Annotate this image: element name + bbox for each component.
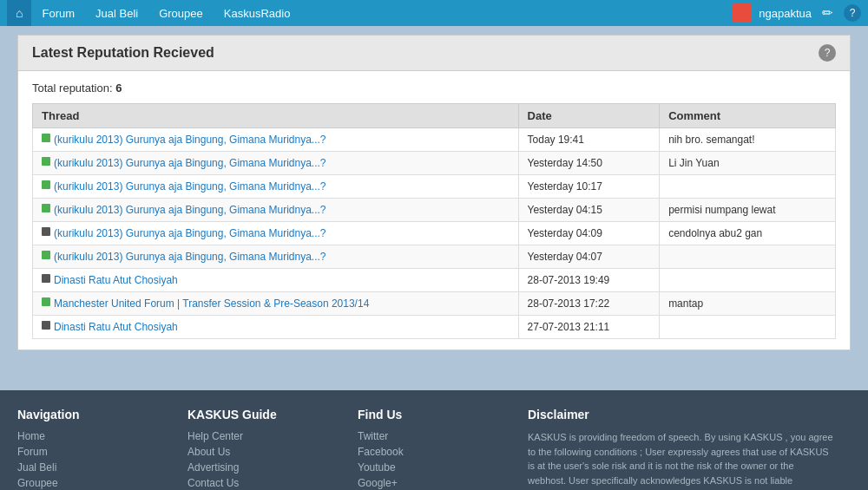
footer-link-home[interactable]: Home — [17, 430, 170, 442]
footer-link-about-us[interactable]: About Us — [187, 446, 340, 458]
footer-link-twitter[interactable]: Twitter — [358, 430, 510, 442]
comment-cell — [660, 245, 836, 269]
disclaimer-text: KASKUS is providing freedom of speech. B… — [528, 430, 833, 487]
footer-link-facebook[interactable]: Facebook — [358, 446, 510, 458]
avatar — [733, 3, 752, 23]
username-label: ngapaktua — [759, 7, 812, 20]
top-navigation: ⌂ Forum Jual Beli Groupee KaskusRadio ng… — [0, 0, 868, 26]
comment-cell — [660, 316, 836, 339]
footer-guide-title: KASKUS Guide — [187, 408, 340, 421]
footer-link-contact-us[interactable]: Contact Us — [187, 477, 340, 489]
date-cell: Yesterday 10:17 — [518, 175, 660, 199]
thread-link[interactable]: (kurikulu 2013) Gurunya aja Bingung, Gim… — [54, 180, 326, 193]
table-row: (kurikulu 2013) Gurunya aja Bingung, Gim… — [33, 152, 836, 175]
table-row: (kurikulu 2013) Gurunya aja Bingung, Gim… — [33, 222, 836, 245]
content-inner: Total reputation: 6 Thread Date Comment … — [18, 71, 850, 350]
nav-groupee[interactable]: Groupee — [148, 0, 214, 26]
footer-nav-title: Navigation — [17, 408, 170, 421]
comment-cell: mantap — [660, 292, 836, 316]
table-row: Manchester United Forum | Transfer Sessi… — [33, 292, 836, 316]
thread-link[interactable]: (kurikulu 2013) Gurunya aja Bingung, Gim… — [54, 134, 326, 146]
thread-link[interactable]: Dinasti Ratu Atut Chosiyah — [54, 321, 178, 333]
thread-link[interactable]: (kurikulu 2013) Gurunya aja Bingung, Gim… — [54, 227, 326, 239]
comment-cell: cendolnya abu2 gan — [660, 222, 836, 245]
thread-indicator — [42, 157, 50, 166]
thread-link[interactable]: (kurikulu 2013) Gurunya aja Bingung, Gim… — [54, 204, 326, 216]
home-button[interactable]: ⌂ — [7, 0, 31, 26]
content-header: Latest Reputation Recieved ? — [18, 36, 850, 71]
date-cell: 27-07-2013 21:11 — [518, 316, 660, 339]
date-cell: Today 19:41 — [518, 128, 660, 152]
thread-link[interactable]: Manchester United Forum | Transfer Sessi… — [54, 297, 369, 310]
footer-link-jual-beli[interactable]: Jual Beli — [17, 461, 170, 474]
thread-indicator — [42, 227, 50, 236]
nav-jual-beli[interactable]: Jual Beli — [85, 0, 148, 26]
table-row: (kurikulu 2013) Gurunya aja Bingung, Gim… — [33, 175, 836, 199]
footer-link-advertising[interactable]: Advertising — [187, 461, 340, 474]
table-row: (kurikulu 2013) Gurunya aja Bingung, Gim… — [33, 199, 836, 222]
footer-find-us: Find Us Twitter Facebook Youtube Google+ — [358, 408, 528, 490]
table-row: (kurikulu 2013) Gurunya aja Bingung, Gim… — [33, 128, 836, 152]
table-row: Dinasti Ratu Atut Chosiyah28-07-2013 19:… — [33, 269, 836, 292]
thread-indicator — [42, 251, 50, 259]
col-thread: Thread — [33, 104, 519, 128]
comment-cell: Li Jin Yuan — [660, 152, 836, 175]
footer-disclaimer-title: Disclaimer — [528, 408, 833, 421]
thread-indicator — [42, 180, 50, 189]
col-date: Date — [518, 104, 660, 128]
footer-find-title: Find Us — [358, 408, 510, 421]
thread-indicator — [42, 321, 50, 330]
footer-disclaimer: Disclaimer KASKUS is providing freedom o… — [528, 408, 851, 490]
footer: Navigation Home Forum Jual Beli Groupee … — [0, 390, 868, 490]
date-cell: Yesterday 04:07 — [518, 245, 660, 269]
comment-cell — [660, 269, 836, 292]
thread-indicator — [42, 297, 50, 306]
comment-cell — [660, 175, 836, 199]
thread-indicator — [42, 274, 50, 283]
edit-button[interactable]: ✏ — [819, 5, 837, 21]
reputation-table: Thread Date Comment (kurikulu 2013) Guru… — [32, 103, 836, 339]
home-icon: ⌂ — [16, 6, 23, 20]
thread-link[interactable]: (kurikulu 2013) Gurunya aja Bingung, Gim… — [54, 251, 326, 263]
thread-link[interactable]: Dinasti Ratu Atut Chosiyah — [54, 274, 178, 286]
total-reputation: Total reputation: 6 — [32, 82, 836, 95]
nav-forum[interactable]: Forum — [31, 0, 85, 26]
nav-help-button[interactable]: ? — [844, 4, 861, 22]
footer-link-groupee[interactable]: Groupee — [17, 477, 170, 489]
footer-link-google[interactable]: Google+ — [358, 477, 510, 489]
footer-navigation: Navigation Home Forum Jual Beli Groupee — [17, 408, 187, 490]
footer-link-forum[interactable]: Forum — [17, 446, 170, 458]
thread-indicator — [42, 134, 50, 142]
date-cell: Yesterday 04:09 — [518, 222, 660, 245]
col-comment: Comment — [660, 104, 836, 128]
nav-kaskus-radio[interactable]: KaskusRadio — [214, 0, 301, 26]
table-row: (kurikulu 2013) Gurunya aja Bingung, Gim… — [33, 245, 836, 269]
date-cell: 28-07-2013 17:22 — [518, 292, 660, 316]
nav-links: Forum Jual Beli Groupee KaskusRadio — [31, 0, 300, 26]
thread-link[interactable]: (kurikulu 2013) Gurunya aja Bingung, Gim… — [54, 157, 326, 169]
comment-cell: permisi numpang lewat — [660, 199, 836, 222]
thread-indicator — [42, 204, 50, 212]
footer-link-youtube[interactable]: Youtube — [358, 461, 510, 474]
comment-cell: nih bro. semangat! — [660, 128, 836, 152]
date-cell: Yesterday 04:15 — [518, 199, 660, 222]
main-wrapper: Latest Reputation Recieved ? Total reput… — [0, 26, 868, 390]
footer-link-help-center[interactable]: Help Center — [187, 430, 340, 442]
help-icon-button[interactable]: ? — [819, 44, 836, 62]
date-cell: 28-07-2013 19:49 — [518, 269, 660, 292]
nav-right: ngapaktua ✏ ? — [733, 3, 861, 23]
content-box: Latest Reputation Recieved ? Total reput… — [17, 35, 851, 350]
footer-guide: KASKUS Guide Help Center About Us Advert… — [187, 408, 358, 490]
date-cell: Yesterday 14:50 — [518, 152, 660, 175]
page-title: Latest Reputation Recieved — [32, 45, 214, 61]
table-row: Dinasti Ratu Atut Chosiyah27-07-2013 21:… — [33, 316, 836, 339]
